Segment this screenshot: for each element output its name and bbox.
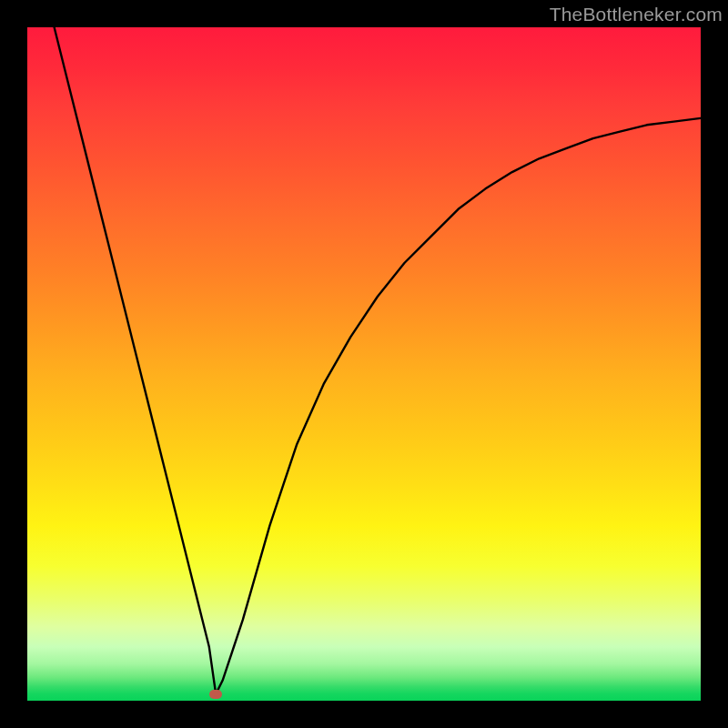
minimum-marker <box>209 690 222 699</box>
bottleneck-curve <box>27 27 701 701</box>
watermark-text: TheBottleneker.com <box>550 4 723 25</box>
chart-stage: TheBottleneker.com <box>0 0 728 728</box>
curve-path <box>55 27 701 694</box>
plot-area <box>27 27 701 701</box>
